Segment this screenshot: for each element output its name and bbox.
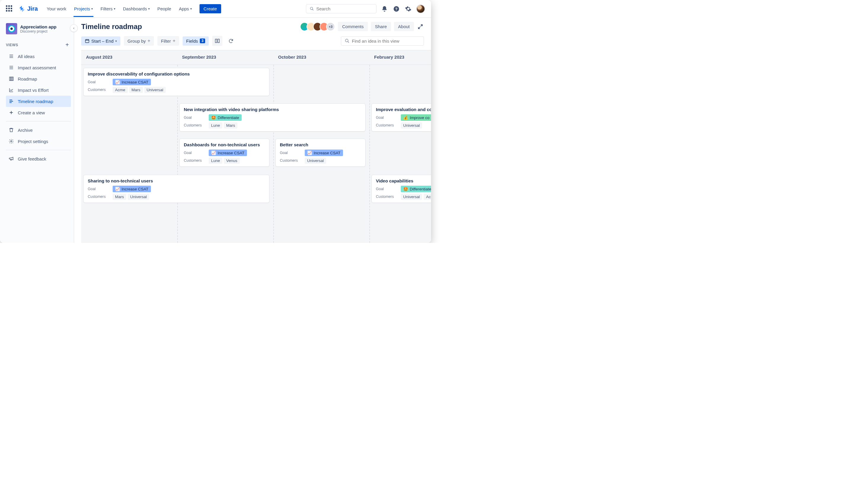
goal-emoji: 💰	[403, 115, 408, 120]
view-search[interactable]	[341, 36, 424, 45]
fields-button[interactable]: Fields 3	[183, 36, 209, 45]
goal-chip: 🤩Differentiate	[401, 186, 431, 192]
start-end-button[interactable]: Start – End ▾	[81, 36, 120, 45]
goal-label: Goal	[88, 80, 113, 84]
collapse-sidebar-button[interactable]: ‹	[70, 24, 78, 32]
top-nav: Jira Your workProjects▾Filters▾Dashboard…	[0, 0, 431, 18]
timeline-card[interactable]: Improve evaluation and coGoal💰Improve co…	[372, 103, 431, 132]
nav-link-apps[interactable]: Apps▾	[178, 1, 192, 17]
about-button[interactable]: About	[394, 22, 414, 31]
refresh-button[interactable]	[226, 36, 236, 46]
jira-logo[interactable]: Jira	[18, 5, 38, 13]
goal-chip: 📈Increase CSAT	[113, 79, 151, 85]
month-header: September 2023	[177, 50, 273, 64]
global-search[interactable]	[306, 4, 377, 13]
grid-line	[369, 65, 370, 243]
page-title: Timeline roadmap	[81, 22, 142, 31]
search-icon	[345, 38, 349, 43]
avatar-stack[interactable]: +3	[300, 22, 335, 31]
customer-chip: Lune	[209, 122, 222, 129]
svg-rect-5	[12, 77, 13, 80]
view-icon	[8, 87, 14, 93]
card-title: Dashboards for non-technical users	[184, 142, 265, 147]
goal-label: Goal	[88, 187, 113, 191]
profile-avatar[interactable]	[416, 4, 425, 13]
goal-chip: 🤩Differentiate	[209, 114, 241, 121]
share-button[interactable]: Share	[371, 22, 391, 31]
timeline-card[interactable]: Dashboards for non-technical usersGoal📈I…	[179, 139, 270, 167]
group-by-button[interactable]: Group by +	[124, 36, 154, 45]
nav-link-filters[interactable]: Filters▾	[100, 1, 116, 17]
timeline-card[interactable]: Better searchGoal📈Increase CSATCustomers…	[275, 139, 365, 167]
megaphone-icon	[8, 156, 14, 162]
customer-chip: Venus	[224, 157, 240, 164]
project-icon	[6, 23, 17, 34]
add-view-button-top[interactable]: +	[66, 41, 69, 48]
card-title: Improve discoverability of configuration…	[88, 71, 265, 76]
timeline-card[interactable]: Improve discoverability of configuration…	[83, 68, 270, 96]
customer-chip: Universal	[401, 194, 422, 200]
customers-label: Customers	[280, 158, 305, 163]
sidebar-item-all-ideas[interactable]: All ideas	[6, 51, 71, 62]
sidebar-item-timeline-roadmap[interactable]: Timeline roadmap	[6, 96, 71, 107]
view-icon	[8, 98, 14, 104]
card-title: Video capabilities	[376, 178, 431, 183]
nav-link-people[interactable]: People	[157, 1, 172, 17]
svg-point-10	[345, 39, 348, 42]
fields-count-badge: 3	[200, 38, 205, 43]
sidebar-item-impact-vs-effort[interactable]: Impact vs Effort	[6, 84, 71, 96]
svg-rect-9	[218, 39, 219, 43]
nav-link-your-work[interactable]: Your work	[46, 1, 67, 17]
global-search-input[interactable]	[316, 6, 373, 11]
goal-chip: 📈Increase CSAT	[305, 150, 343, 156]
view-search-input[interactable]	[352, 38, 420, 43]
goal-chip: 💰Improve co	[401, 114, 431, 121]
help-icon[interactable]: ?	[393, 5, 400, 13]
comments-button[interactable]: Comments	[338, 22, 368, 31]
settings-icon[interactable]	[404, 5, 412, 13]
view-icon	[8, 53, 14, 59]
view-icon	[8, 110, 14, 115]
plus-icon: +	[148, 38, 150, 43]
logo-text: Jira	[27, 5, 38, 12]
timeline-card[interactable]: Sharing to non-technical usersGoal📈Incre…	[83, 175, 270, 203]
customer-chip: Universal	[128, 194, 149, 200]
create-button[interactable]: Create	[199, 4, 221, 13]
search-icon	[310, 6, 314, 11]
sidebar-item-roadmap[interactable]: Roadmap	[6, 73, 71, 84]
sidebar-feedback[interactable]: Give feedback	[6, 153, 71, 164]
goal-label: Goal	[376, 187, 401, 191]
sidebar: ‹ Appreciation app Discovery project VIE…	[0, 18, 74, 243]
sidebar-settings[interactable]: Project settings	[6, 136, 71, 147]
card-title: Better search	[280, 142, 361, 147]
grid-line	[273, 65, 274, 243]
sidebar-archive[interactable]: Archive	[6, 125, 71, 136]
expand-icon[interactable]	[417, 23, 424, 30]
timeline-card[interactable]: New integration with video sharing platf…	[179, 103, 365, 132]
timeline-card[interactable]: Video capabilitiesGoal🤩DifferentiateCust…	[372, 175, 431, 203]
svg-rect-7	[85, 39, 89, 43]
customers-label: Customers	[376, 123, 401, 127]
avatar-more[interactable]: +3	[326, 22, 335, 31]
layout-button[interactable]	[212, 36, 222, 46]
customer-chip: Mars	[224, 122, 237, 129]
project-header[interactable]: Appreciation app Discovery project	[6, 23, 71, 34]
svg-rect-3	[10, 77, 11, 80]
svg-text:?: ?	[395, 6, 398, 11]
svg-point-6	[11, 141, 12, 142]
app-switcher-icon[interactable]	[6, 5, 13, 13]
sidebar-item-create-a-view[interactable]: Create a view	[6, 107, 71, 118]
customers-label: Customers	[376, 194, 401, 199]
view-icon	[8, 76, 14, 82]
filter-button[interactable]: Filter +	[158, 36, 179, 45]
nav-link-dashboards[interactable]: Dashboards▾	[123, 1, 150, 17]
month-header: October 2023	[273, 50, 369, 64]
nav-link-projects[interactable]: Projects▾	[73, 1, 93, 17]
project-name: Appreciation app	[20, 24, 57, 29]
calendar-icon	[85, 38, 90, 43]
plus-icon: +	[173, 38, 175, 43]
notifications-icon[interactable]	[381, 5, 388, 13]
card-title: New integration with video sharing platf…	[184, 107, 361, 112]
sidebar-item-impact-assessment[interactable]: Impact assessment	[6, 62, 71, 73]
card-title: Improve evaluation and co	[376, 107, 431, 112]
